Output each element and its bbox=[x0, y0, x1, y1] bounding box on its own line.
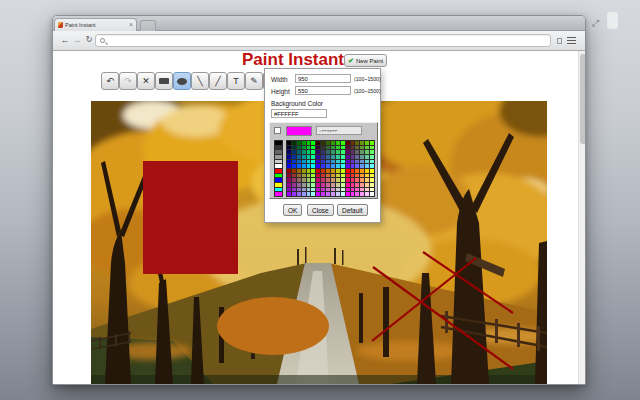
palette-cell[interactable] bbox=[355, 155, 359, 159]
palette-cell[interactable] bbox=[370, 155, 374, 159]
palette-cell[interactable] bbox=[292, 192, 296, 196]
palette-cell[interactable] bbox=[287, 160, 291, 164]
palette-basic-cell[interactable] bbox=[275, 183, 282, 187]
palette-cell[interactable] bbox=[292, 183, 296, 187]
palette-cell[interactable] bbox=[297, 150, 301, 154]
palette-cell[interactable] bbox=[321, 164, 325, 168]
palette-cell[interactable] bbox=[307, 178, 311, 182]
palette-cell[interactable] bbox=[365, 160, 369, 164]
palette-cell[interactable] bbox=[370, 192, 374, 196]
palette-cell[interactable] bbox=[341, 178, 345, 182]
palette-cell[interactable] bbox=[346, 146, 350, 150]
palette-cell[interactable] bbox=[355, 192, 359, 196]
palette-cell[interactable] bbox=[307, 164, 311, 168]
palette-cell[interactable] bbox=[316, 183, 320, 187]
forward-button[interactable]: → bbox=[71, 33, 83, 47]
palette-cell[interactable] bbox=[351, 155, 355, 159]
palette-cell[interactable] bbox=[351, 141, 355, 145]
palette-cell[interactable] bbox=[355, 160, 359, 164]
picker-checkbox[interactable] bbox=[274, 127, 281, 134]
new-tab-button[interactable] bbox=[140, 20, 156, 31]
palette-cell[interactable] bbox=[321, 169, 325, 173]
palette-cell[interactable] bbox=[307, 146, 311, 150]
palette-cell[interactable] bbox=[336, 150, 340, 154]
palette-cell[interactable] bbox=[311, 169, 315, 173]
palette-cell[interactable] bbox=[365, 192, 369, 196]
back-button[interactable]: ← bbox=[59, 33, 71, 47]
palette-cell[interactable] bbox=[346, 155, 350, 159]
palette-cell[interactable] bbox=[287, 146, 291, 150]
palette-cell[interactable] bbox=[311, 155, 315, 159]
palette-cell[interactable] bbox=[316, 169, 320, 173]
palette-cell[interactable] bbox=[292, 150, 296, 154]
palette-cell[interactable] bbox=[292, 174, 296, 178]
palette-cell[interactable] bbox=[292, 169, 296, 173]
palette-cell[interactable] bbox=[302, 178, 306, 182]
palette-cell[interactable] bbox=[360, 183, 364, 187]
palette-cell[interactable] bbox=[355, 146, 359, 150]
palette-cell[interactable] bbox=[302, 192, 306, 196]
palette-cell[interactable] bbox=[341, 141, 345, 145]
palette-cell[interactable] bbox=[316, 155, 320, 159]
palette-cell[interactable] bbox=[307, 160, 311, 164]
palette-cell[interactable] bbox=[297, 155, 301, 159]
palette-basic-cell[interactable] bbox=[275, 164, 282, 168]
palette-cell[interactable] bbox=[307, 183, 311, 187]
palette-cell[interactable] bbox=[355, 183, 359, 187]
palette-cell[interactable] bbox=[297, 169, 301, 173]
palette-cell[interactable] bbox=[370, 146, 374, 150]
palette-cell[interactable] bbox=[321, 192, 325, 196]
palette-cell[interactable] bbox=[336, 146, 340, 150]
palette-cell[interactable] bbox=[351, 183, 355, 187]
palette-cell[interactable] bbox=[360, 146, 364, 150]
palette-cell[interactable] bbox=[302, 164, 306, 168]
selected-color-swatch[interactable] bbox=[286, 126, 312, 136]
palette-cell[interactable] bbox=[287, 150, 291, 154]
palette-cell[interactable] bbox=[316, 188, 320, 192]
palette-cell[interactable] bbox=[287, 192, 291, 196]
picker-hex-input[interactable] bbox=[316, 126, 362, 135]
palette-cell[interactable] bbox=[311, 164, 315, 168]
palette-cell[interactable] bbox=[370, 164, 374, 168]
palette-cell[interactable] bbox=[311, 192, 315, 196]
palette-cell[interactable] bbox=[370, 141, 374, 145]
palette-cell[interactable] bbox=[346, 160, 350, 164]
palette-cell[interactable] bbox=[287, 169, 291, 173]
palette-cell[interactable] bbox=[307, 192, 311, 196]
palette-cell[interactable] bbox=[292, 160, 296, 164]
palette-cell[interactable] bbox=[326, 178, 330, 182]
palette-cell[interactable] bbox=[297, 192, 301, 196]
palette-cell[interactable] bbox=[287, 155, 291, 159]
palette-cell[interactable] bbox=[292, 164, 296, 168]
palette-cell[interactable] bbox=[302, 169, 306, 173]
palette-cell[interactable] bbox=[336, 188, 340, 192]
tool-undo-button[interactable]: ↶ bbox=[101, 72, 119, 90]
palette-cell[interactable] bbox=[355, 188, 359, 192]
palette-cell[interactable] bbox=[355, 178, 359, 182]
palette-basic-cell[interactable] bbox=[275, 141, 282, 145]
palette-cell[interactable] bbox=[360, 169, 364, 173]
close-button[interactable]: Close bbox=[307, 204, 334, 216]
palette-cell[interactable] bbox=[341, 160, 345, 164]
palette-cell[interactable] bbox=[311, 178, 315, 182]
palette-cell[interactable] bbox=[341, 174, 345, 178]
palette-cell[interactable] bbox=[307, 174, 311, 178]
palette-cell[interactable] bbox=[360, 174, 364, 178]
palette-cell[interactable] bbox=[346, 188, 350, 192]
palette-cell[interactable] bbox=[287, 164, 291, 168]
palette-cell[interactable] bbox=[331, 155, 335, 159]
palette-cell[interactable] bbox=[360, 160, 364, 164]
palette-cell[interactable] bbox=[355, 169, 359, 173]
palette-cell[interactable] bbox=[326, 188, 330, 192]
height-input[interactable] bbox=[295, 86, 351, 95]
palette-cell[interactable] bbox=[297, 146, 301, 150]
palette-cell[interactable] bbox=[341, 188, 345, 192]
palette-cell[interactable] bbox=[341, 146, 345, 150]
palette-cell[interactable] bbox=[365, 155, 369, 159]
tool-line-backslash-button[interactable]: ╲ bbox=[191, 72, 209, 90]
palette-cell[interactable] bbox=[292, 188, 296, 192]
palette-cell[interactable] bbox=[326, 183, 330, 187]
palette-cell[interactable] bbox=[331, 146, 335, 150]
palette-cell[interactable] bbox=[346, 150, 350, 154]
palette-cell[interactable] bbox=[341, 164, 345, 168]
